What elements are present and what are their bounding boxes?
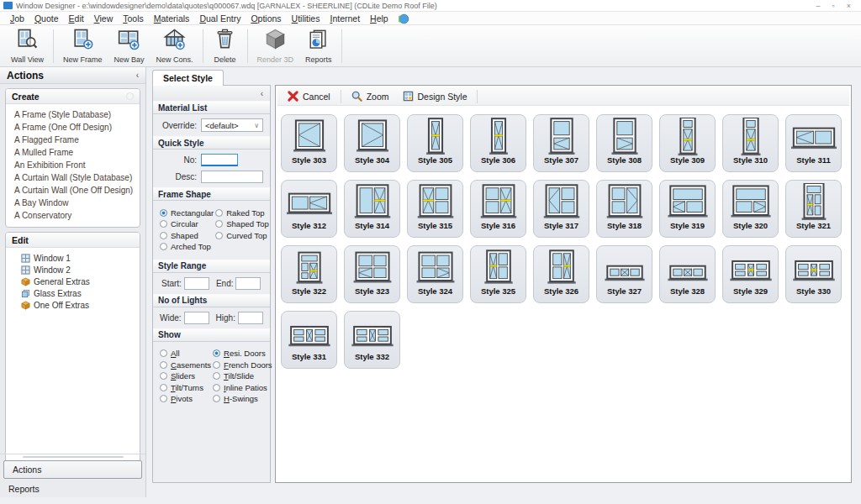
edit-tree-item[interactable]: Window 2: [11, 264, 140, 276]
create-action-item[interactable]: A Conservatory: [6, 209, 140, 222]
create-action-item[interactable]: A Bay Window: [6, 197, 140, 209]
radio-option-french-doors[interactable]: French Doors: [213, 360, 272, 370]
group-toggle-icon[interactable]: [126, 92, 134, 100]
menu-item-materials[interactable]: Materials: [149, 13, 195, 24]
create-group-header[interactable]: Create: [6, 89, 140, 104]
style-tile-style-322[interactable]: Style 322: [281, 245, 337, 303]
create-action-item[interactable]: A Flagged Frame: [6, 134, 140, 146]
style-tile-style-329[interactable]: Style 329: [722, 245, 779, 303]
style-tile-style-332[interactable]: Style 332: [344, 311, 400, 369]
edit-tree-item[interactable]: Window 1: [11, 252, 140, 264]
collapse-sidebar-icon[interactable]: ‹: [136, 71, 139, 80]
radio-option-tilt-turns[interactable]: Tilt/Turns: [160, 383, 211, 392]
nav-pane-reports[interactable]: Reports: [0, 480, 145, 497]
style-tile-style-319[interactable]: Style 319: [659, 180, 716, 238]
style-tile-style-310[interactable]: Style 310: [722, 114, 779, 172]
radio-option-rectangular[interactable]: Rectangular: [160, 208, 214, 218]
style-tile-style-324[interactable]: Style 324: [407, 245, 463, 303]
new-bay-button[interactable]: New Bay: [108, 27, 151, 66]
edit-tree-item[interactable]: General Extras: [11, 276, 140, 287]
menu-item-help[interactable]: Help: [365, 13, 394, 24]
edit-tree-item[interactable]: One Off Extras: [11, 299, 140, 311]
radio-option-circular[interactable]: Circular: [160, 219, 214, 228]
style-tile-style-307[interactable]: Style 307: [533, 114, 589, 172]
menu-item-tools[interactable]: Tools: [118, 13, 149, 24]
style-tile-style-320[interactable]: Style 320: [722, 180, 779, 238]
collapse-filter-icon[interactable]: ‹: [261, 89, 263, 98]
range-start-input[interactable]: [184, 277, 209, 290]
lights-high-input[interactable]: [238, 312, 263, 324]
style-tile-style-312[interactable]: Style 312: [281, 180, 337, 238]
radio-option-shaped-top[interactable]: Shaped Top: [215, 219, 269, 228]
radio-option-pivots[interactable]: Pivots: [160, 394, 211, 403]
tab-select-style[interactable]: Select Style: [152, 70, 224, 86]
menu-item-utilities[interactable]: Utilities: [287, 13, 325, 24]
new-cons--button[interactable]: New Cons.: [151, 27, 199, 66]
menu-item-internet[interactable]: Internet: [325, 13, 365, 24]
style-no-input[interactable]: [201, 154, 238, 166]
reports-button[interactable]: Reports: [299, 27, 338, 66]
menu-item-quote[interactable]: Quote: [29, 13, 64, 24]
style-tile-style-305[interactable]: Style 305: [407, 114, 463, 172]
radio-option-raked-top[interactable]: Raked Top: [215, 208, 269, 218]
style-tile-style-303[interactable]: Style 303: [281, 114, 337, 172]
menu-item-view[interactable]: View: [89, 13, 119, 24]
style-tile-style-318[interactable]: Style 318: [596, 180, 652, 238]
nav-pane-actions[interactable]: Actions: [3, 460, 142, 479]
menu-item-job[interactable]: Job: [5, 13, 29, 24]
style-tile-style-326[interactable]: Style 326: [533, 245, 589, 303]
style-tile-style-308[interactable]: Style 308: [596, 114, 652, 172]
radio-option-all[interactable]: All: [160, 349, 211, 358]
create-action-item[interactable]: A Curtain Wall (Style Database): [6, 171, 140, 184]
new-frame-button[interactable]: New Frame: [57, 27, 108, 66]
style-tile-style-315[interactable]: Style 315: [407, 180, 463, 238]
style-tile-style-321[interactable]: Style 321: [785, 180, 842, 238]
radio-option-h-swings[interactable]: H-Swings: [213, 394, 272, 403]
override-dropdown[interactable]: <default> ∨: [201, 118, 263, 132]
bottom-strip: [0, 497, 861, 504]
radio-option-inline-patios[interactable]: Inline Patios: [213, 383, 272, 392]
edit-group-header[interactable]: Edit: [6, 233, 140, 248]
cancel-button[interactable]: Cancel: [281, 89, 337, 103]
style-tile-style-314[interactable]: Style 314: [344, 180, 400, 238]
style-tile-style-325[interactable]: Style 325: [470, 245, 526, 303]
style-tile-style-309[interactable]: Style 309: [659, 114, 716, 172]
menu-item-edit[interactable]: Edit: [64, 13, 89, 24]
menu-item-dual-entry[interactable]: Dual Entry: [194, 13, 246, 24]
create-action-item[interactable]: A Curtain Wall (One Off Design): [6, 184, 140, 197]
style-tile-style-311[interactable]: Style 311: [785, 114, 842, 172]
style-tile-style-316[interactable]: Style 316: [470, 180, 526, 238]
lights-wide-input[interactable]: [184, 312, 209, 324]
edit-tree-item[interactable]: Glass Extras: [11, 287, 140, 299]
style-tile-style-323[interactable]: Style 323: [344, 245, 400, 303]
design-style-button[interactable]: Design Style: [396, 89, 474, 103]
style-tile-style-327[interactable]: Style 327: [596, 245, 652, 303]
style-tile-style-317[interactable]: Style 317: [533, 180, 589, 238]
zoom-button[interactable]: Zoom: [345, 89, 396, 103]
style-tile-style-304[interactable]: Style 304: [344, 114, 400, 172]
style-tile-style-306[interactable]: Style 306: [470, 114, 526, 172]
radio-option-sliders[interactable]: Sliders: [160, 371, 211, 381]
minimize-icon[interactable]: –: [816, 2, 821, 10]
menu-item-options[interactable]: Options: [246, 13, 286, 24]
style-desc-input[interactable]: [201, 171, 263, 183]
style-tile-style-330[interactable]: Style 330: [785, 245, 842, 303]
radio-option-arched-top[interactable]: Arched Top: [160, 242, 214, 251]
delete-button[interactable]: Delete: [207, 27, 244, 66]
range-end-input[interactable]: [235, 277, 261, 290]
radio-option-shaped[interactable]: Shaped: [160, 231, 214, 240]
radio-option-tilt-slide[interactable]: Tilt/Slide: [213, 371, 272, 381]
radio-option-curved-top[interactable]: Curved Top: [215, 231, 269, 240]
style-tile-style-328[interactable]: Style 328: [659, 245, 716, 303]
radio-option-casements[interactable]: Casements: [160, 360, 211, 370]
create-action-item[interactable]: An Exhibition Front: [6, 159, 140, 171]
radio-option-resi-doors[interactable]: Resi. Doors: [213, 349, 272, 358]
style-tile-style-331[interactable]: Style 331: [281, 311, 337, 369]
create-action-item[interactable]: A Frame (Style Database): [6, 108, 140, 121]
create-action-item[interactable]: A Frame (One Off Design): [6, 121, 140, 134]
close-icon[interactable]: ×: [847, 2, 851, 10]
sidebar-splitter[interactable]: [0, 454, 145, 459]
maximize-icon[interactable]: ▫: [832, 2, 835, 10]
create-action-item[interactable]: A Mulled Frame: [6, 146, 140, 159]
wall-view-button[interactable]: Wall View: [5, 27, 50, 66]
